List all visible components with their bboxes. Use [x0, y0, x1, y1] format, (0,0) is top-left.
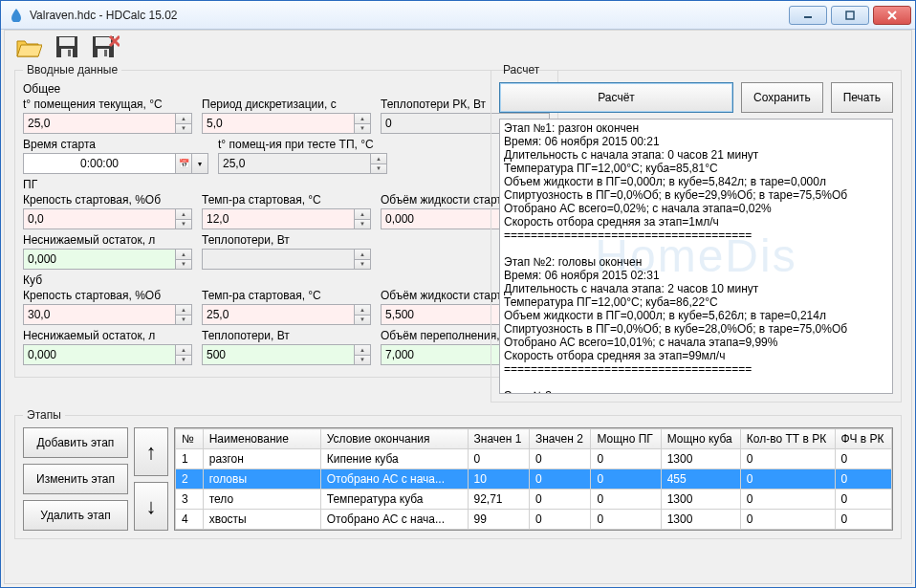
disc-period-label: Период дискретизации, с	[202, 98, 371, 111]
room-temp-test-input[interactable]: ▲▼	[218, 153, 387, 174]
stages-table[interactable]: №НаименованиеУсловие окончанияЗначен 1Зн…	[174, 427, 893, 531]
save-result-button[interactable]: Сохранить	[741, 82, 823, 113]
window-title: Valraven.hdc - HDCalc 15.02	[30, 9, 785, 22]
kub-strength-label: Крепость стартовая, %Об	[23, 289, 192, 302]
add-stage-button[interactable]: Добавить этап	[23, 427, 128, 458]
minimize-button[interactable]	[789, 6, 827, 25]
kub-strength-input[interactable]: ▲▼	[23, 304, 192, 325]
stages-column-header[interactable]: ФЧ в РК	[835, 429, 891, 449]
disc-period-input[interactable]: ▲▼	[202, 113, 371, 134]
kub-temp-label: Темп-ра стартовая, °C	[202, 289, 371, 302]
save-as-button[interactable]	[89, 33, 121, 61]
kub-heatloss-label: Теплопотери, Вт	[202, 329, 371, 342]
table-row[interactable]: 3телоТемпература куба92,7100130000	[176, 490, 892, 510]
app-icon	[9, 8, 24, 23]
svg-rect-9	[96, 37, 111, 46]
pg-residue-input[interactable]: ▲▼	[23, 249, 192, 270]
stages-column-header[interactable]: Значен 1	[468, 429, 529, 449]
move-down-button[interactable]: ↓	[134, 482, 168, 531]
calc-group: Расчет Расчёт Сохранить Печать HomeDisЭт…	[491, 63, 902, 403]
stages-column-header[interactable]: №	[176, 429, 204, 449]
edit-stage-button[interactable]: Изменить этап	[23, 464, 128, 494]
calendar-icon: 📅	[175, 154, 191, 173]
room-temp-input[interactable]: ▲▼	[23, 113, 192, 134]
pg-temp-input[interactable]: ▲▼	[202, 208, 371, 229]
input-data-group: Вводные данные Общее t° помещения текуща…	[14, 63, 558, 378]
svg-rect-11	[104, 50, 107, 56]
maximize-button[interactable]	[831, 6, 869, 25]
calc-log-text: Этап №1: разгон окончен Время: 06 ноября…	[504, 121, 847, 394]
stages-column-header[interactable]: Значен 2	[529, 429, 590, 449]
input-data-legend: Вводные данные	[23, 63, 121, 76]
stages-column-header[interactable]: Условие окончания	[320, 429, 468, 449]
stages-column-header[interactable]: Кол-во ТТ в РК	[740, 429, 835, 449]
pg-heatloss-label: Теплопотери, Вт	[202, 233, 371, 247]
open-button[interactable]	[12, 33, 45, 61]
delete-stage-button[interactable]: Удалить этап	[23, 500, 128, 531]
pg-temp-label: Темп-ра стартовая, °C	[202, 193, 371, 207]
pg-heatloss-input[interactable]: ▲▼	[202, 249, 371, 270]
stages-column-header[interactable]: Наименование	[203, 429, 320, 449]
kub-temp-input[interactable]: ▲▼	[202, 304, 371, 325]
kub-label: Куб	[23, 273, 550, 287]
svg-rect-1	[846, 11, 854, 19]
save-button[interactable]	[51, 33, 83, 61]
start-time-label: Время старта	[23, 138, 208, 151]
close-button[interactable]	[873, 6, 911, 25]
kub-residue-input[interactable]: ▲▼	[23, 344, 192, 365]
calc-log[interactable]: HomeDisЭтап №1: разгон окончен Время: 06…	[499, 119, 893, 394]
stages-column-header[interactable]: Мощно ПГ	[591, 429, 661, 449]
general-label: Общее	[23, 82, 550, 96]
move-up-button[interactable]: ↑	[134, 427, 168, 476]
table-row[interactable]: 1разгонКипение куба000130000	[176, 449, 892, 469]
calc-button[interactable]: Расчёт	[499, 82, 733, 113]
titlebar: Valraven.hdc - HDCalc 15.02	[1, 1, 915, 30]
svg-rect-5	[59, 37, 75, 46]
pg-strength-label: Крепость стартовая, %Об	[23, 193, 192, 207]
room-temp-test-label: t° помещ-ия при тесте ТП, °C	[218, 138, 387, 151]
stages-group: Этапы Добавить этап Изменить этап Удалит…	[14, 408, 902, 539]
room-temp-label: t° помещения текущая, °C	[23, 98, 192, 111]
stages-legend: Этапы	[23, 408, 65, 422]
calc-legend: Расчет	[499, 63, 543, 76]
table-row[interactable]: 2головыОтобрано АС с нача...100045500	[176, 469, 892, 490]
kub-heatloss-input[interactable]: ▲▼	[202, 344, 371, 365]
stages-column-header[interactable]: Мощно куба	[661, 429, 740, 449]
print-button[interactable]: Печать	[831, 82, 893, 113]
svg-rect-10	[98, 49, 109, 57]
table-row[interactable]: 4хвостыОтобрано АС с нача...9900130000	[176, 510, 892, 530]
chevron-down-icon: ▾	[191, 154, 207, 173]
svg-rect-6	[61, 49, 73, 57]
toolbar	[5, 31, 911, 63]
pg-strength-input[interactable]: ▲▼	[23, 208, 192, 229]
start-time-input[interactable]: 📅▾	[23, 153, 208, 174]
pg-label: ПГ	[23, 178, 550, 191]
svg-rect-7	[68, 50, 71, 56]
kub-residue-label: Неснижаемый остаток, л	[23, 329, 192, 342]
pg-residue-label: Неснижаемый остаток, л	[23, 233, 192, 247]
